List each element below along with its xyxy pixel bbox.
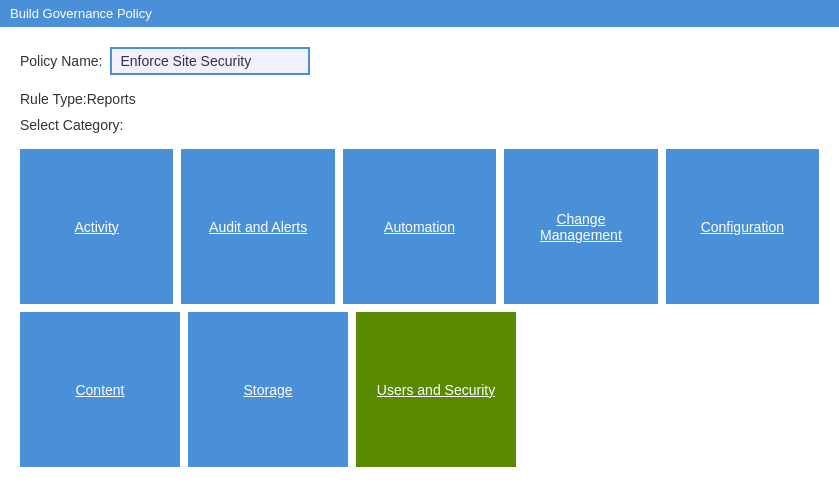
categories-row-2: Content Storage Users and Security [20, 312, 819, 467]
category-label-users-and-security: Users and Security [377, 382, 495, 398]
title-bar-label: Build Governance Policy [10, 6, 152, 21]
category-tile-configuration[interactable]: Configuration [666, 149, 819, 304]
title-bar: Build Governance Policy [0, 0, 839, 27]
category-tile-users-and-security[interactable]: Users and Security [356, 312, 516, 467]
policy-name-input[interactable] [110, 47, 310, 75]
category-tile-audit-and-alerts[interactable]: Audit and Alerts [181, 149, 334, 304]
category-tile-storage[interactable]: Storage [188, 312, 348, 467]
category-label-configuration: Configuration [701, 219, 784, 235]
category-tile-content[interactable]: Content [20, 312, 180, 467]
policy-name-label: Policy Name: [20, 53, 102, 69]
policy-name-row: Policy Name: [20, 47, 819, 75]
category-tile-activity[interactable]: Activity [20, 149, 173, 304]
category-label-activity: Activity [75, 219, 119, 235]
category-label-content: Content [75, 382, 124, 398]
main-content: Policy Name: Rule Type:Reports Select Ca… [0, 27, 839, 487]
category-label-audit-and-alerts: Audit and Alerts [209, 219, 307, 235]
select-category-row: Select Category: [20, 117, 819, 133]
category-label-automation: Automation [384, 219, 455, 235]
category-tile-change-management[interactable]: Change Management [504, 149, 657, 304]
select-category-label: Select Category: [20, 117, 124, 133]
rule-type-label: Rule Type: [20, 91, 87, 107]
categories-grid: Activity Audit and Alerts Automation Cha… [20, 149, 819, 467]
categories-row-1: Activity Audit and Alerts Automation Cha… [20, 149, 819, 304]
rule-type-value: Reports [87, 91, 136, 107]
category-tile-automation[interactable]: Automation [343, 149, 496, 304]
rule-type-row: Rule Type:Reports [20, 91, 819, 107]
category-label-storage: Storage [243, 382, 292, 398]
category-label-change-management: Change Management [514, 211, 647, 243]
